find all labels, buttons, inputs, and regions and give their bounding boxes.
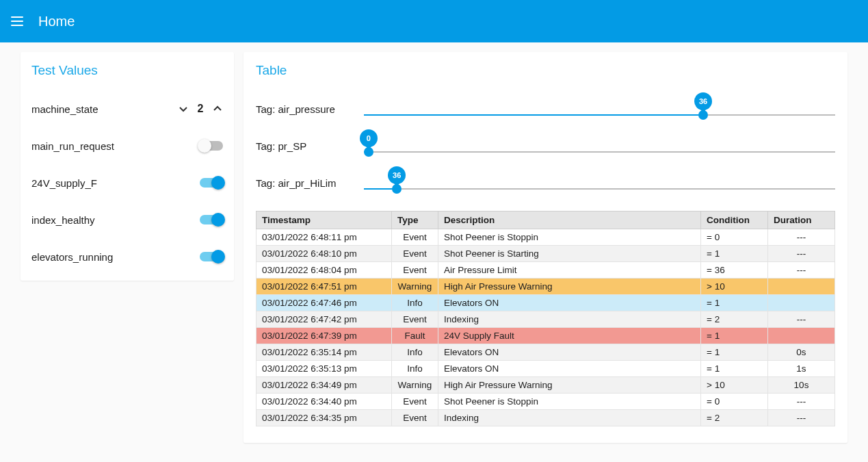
slider-row: Tag: pr_SP0 (256, 127, 835, 164)
table-row[interactable]: 03/01/2022 6:47:51 pmWarningHigh Air Pre… (257, 279, 835, 295)
cell-type: Event (392, 246, 438, 262)
slider-track[interactable]: 36 (364, 169, 835, 196)
cell-timestamp: 03/01/2022 6:34:40 pm (257, 394, 392, 410)
cell-condition: = 0 (701, 229, 768, 246)
slider-track[interactable]: 0 (364, 132, 835, 159)
cell-condition: = 1 (701, 295, 768, 311)
cell-description: Indexing (438, 410, 701, 426)
cell-condition: > 10 (701, 279, 768, 295)
cell-description: Shot Peener is Stoppin (438, 394, 701, 410)
slider-track[interactable]: 36 (364, 95, 835, 123)
table-row[interactable]: 03/01/2022 6:47:42 pmEventIndexing= 2--- (257, 311, 835, 328)
toggle-row: main_run_request (31, 127, 223, 164)
cell-condition: > 10 (701, 377, 768, 394)
toggle-switch[interactable] (200, 178, 223, 188)
table-row[interactable]: 03/01/2022 6:48:11 pmEventShot Peener is… (257, 229, 835, 246)
cell-type: Warning (392, 279, 438, 295)
slider-thumb[interactable] (364, 147, 373, 157)
cell-type: Event (392, 311, 438, 328)
test-values-panel: Test Values machine_state 2 main_run_req… (21, 52, 234, 281)
cell-type: Warning (392, 377, 438, 394)
col-description: Description (438, 211, 701, 229)
menu-icon[interactable] (11, 13, 27, 29)
cell-duration: --- (768, 394, 835, 410)
app-bar: Home (0, 0, 868, 42)
cell-condition: = 1 (701, 361, 768, 377)
toggle-switch[interactable] (200, 215, 223, 224)
cell-description: High Air Pressure Warning (438, 279, 701, 295)
cell-timestamp: 03/01/2022 6:34:49 pm (257, 377, 392, 394)
toggle-switch[interactable] (200, 141, 223, 151)
slider-thumb[interactable] (698, 110, 708, 120)
slider-value-bubble: 36 (694, 92, 712, 110)
table-row[interactable]: 03/01/2022 6:34:40 pmEventShot Peener is… (257, 394, 835, 410)
chevron-up-icon[interactable] (212, 103, 223, 114)
cell-timestamp: 03/01/2022 6:47:42 pm (257, 311, 392, 328)
toggle-label: 24V_supply_F (31, 177, 97, 189)
cell-duration (768, 279, 835, 295)
cell-duration (768, 328, 835, 344)
cell-duration: --- (768, 229, 835, 246)
cell-type: Info (392, 361, 438, 377)
slider-row: Tag: air_pr_HiLim36 (256, 164, 835, 201)
col-condition: Condition (701, 211, 768, 229)
cell-timestamp: 03/01/2022 6:34:35 pm (257, 410, 392, 426)
cell-description: 24V Supply Fault (438, 328, 701, 344)
cell-duration: 1s (768, 361, 835, 377)
chevron-down-icon[interactable] (178, 103, 189, 114)
slider-thumb[interactable] (392, 184, 402, 194)
col-timestamp: Timestamp (257, 211, 392, 229)
slider-row: Tag: air_pressure36 (256, 90, 835, 127)
cell-type: Event (392, 394, 438, 410)
test-values-title: Test Values (31, 63, 223, 78)
table-row[interactable]: 03/01/2022 6:48:10 pmEventShot Peener is… (257, 246, 835, 262)
toggle-label: main_run_request (31, 140, 114, 152)
slider-label: Tag: pr_SP (256, 140, 352, 152)
table-panel: Table Tag: air_pressure36Tag: pr_SP0Tag:… (244, 52, 847, 443)
cell-condition: = 2 (701, 311, 768, 328)
cell-timestamp: 03/01/2022 6:35:14 pm (257, 344, 392, 361)
page-title: Home (38, 14, 75, 29)
toggle-label: elevators_running (31, 251, 113, 263)
events-table: Timestamp Type Description Condition Dur… (256, 211, 835, 426)
table-row[interactable]: 03/01/2022 6:48:04 pmEventAir Pressure L… (257, 262, 835, 279)
slider-label: Tag: air_pressure (256, 103, 352, 115)
table-row[interactable]: 03/01/2022 6:34:49 pmWarningHigh Air Pre… (257, 377, 835, 394)
table-row[interactable]: 03/01/2022 6:47:46 pmInfoElevators ON= 1 (257, 295, 835, 311)
cell-duration (768, 295, 835, 311)
cell-duration: --- (768, 246, 835, 262)
cell-type: Event (392, 410, 438, 426)
cell-duration: --- (768, 410, 835, 426)
cell-timestamp: 03/01/2022 6:47:51 pm (257, 279, 392, 295)
machine-state-row: machine_state 2 (31, 90, 223, 127)
cell-timestamp: 03/01/2022 6:35:13 pm (257, 361, 392, 377)
cell-description: High Air Pressure Warning (438, 377, 701, 394)
cell-type: Event (392, 262, 438, 279)
cell-type: Info (392, 295, 438, 311)
slider-value-bubble: 36 (388, 166, 406, 184)
cell-description: Elevators ON (438, 295, 701, 311)
cell-duration: 10s (768, 377, 835, 394)
machine-state-label: machine_state (31, 103, 98, 115)
toggle-row: 24V_supply_F (31, 164, 223, 201)
cell-condition: = 1 (701, 246, 768, 262)
cell-description: Shot Peener is Starting (438, 246, 701, 262)
col-type: Type (392, 211, 438, 229)
machine-state-value: 2 (196, 103, 205, 115)
cell-type: Event (392, 229, 438, 246)
cell-condition: = 36 (701, 262, 768, 279)
toggle-switch[interactable] (200, 252, 223, 261)
table-row[interactable]: 03/01/2022 6:35:13 pmInfoElevators ON= 1… (257, 361, 835, 377)
slider-value-bubble: 0 (360, 129, 378, 147)
cell-timestamp: 03/01/2022 6:47:39 pm (257, 328, 392, 344)
col-duration: Duration (768, 211, 835, 229)
cell-description: Indexing (438, 311, 701, 328)
cell-description: Elevators ON (438, 361, 701, 377)
machine-state-stepper: 2 (178, 103, 223, 115)
table-title: Table (256, 63, 835, 78)
table-row[interactable]: 03/01/2022 6:34:35 pmEventIndexing= 2--- (257, 410, 835, 426)
table-row[interactable]: 03/01/2022 6:35:14 pmInfoElevators ON= 1… (257, 344, 835, 361)
toggle-label: index_healthy (31, 214, 95, 226)
cell-condition: = 0 (701, 394, 768, 410)
table-row[interactable]: 03/01/2022 6:47:39 pmFault24V Supply Fau… (257, 328, 835, 344)
